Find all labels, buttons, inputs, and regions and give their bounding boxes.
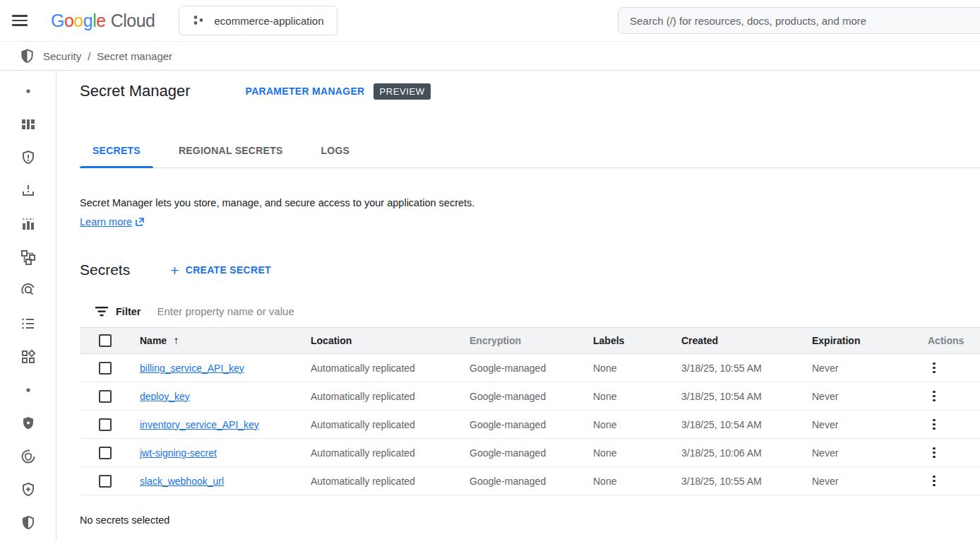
secret-expiration: Never — [812, 391, 918, 402]
secret-name-link[interactable]: inventory_service_API_key — [140, 419, 259, 430]
page-title: Secret Manager — [80, 82, 191, 100]
breadcrumb-separator: / — [88, 50, 90, 62]
global-search[interactable] — [618, 7, 980, 34]
sidebar-item-6[interactable] — [18, 247, 38, 267]
breadcrumb: Security / Secret manager — [0, 41, 980, 71]
table-body: billing_service_API_key Automatically re… — [80, 354, 980, 495]
secret-name-link[interactable]: billing_service_API_key — [140, 363, 244, 374]
risk-overview-icon — [20, 116, 37, 133]
row-actions-menu-icon[interactable] — [928, 360, 940, 376]
selection-status: No secrets selected — [80, 514, 980, 526]
project-selector[interactable]: ecommerce-application — [179, 6, 337, 35]
secret-created: 3/18/25, 10:54 AM — [681, 419, 812, 430]
row-actions-menu-icon[interactable] — [928, 389, 940, 404]
compliance-icon — [20, 448, 37, 465]
sidebar-item-4[interactable] — [18, 181, 38, 201]
tab-regional-secrets[interactable]: REGIONAL SECRETS — [166, 134, 296, 167]
tab-logs[interactable]: LOGS — [309, 134, 363, 167]
sidebar-item-8[interactable] — [18, 314, 38, 334]
description-text: Secret Manager lets you store, manage, a… — [80, 196, 980, 210]
filter-bar[interactable]: Filter — [80, 295, 980, 327]
sidebar-item-13[interactable] — [18, 480, 38, 500]
parameter-manager-link[interactable]: PARAMETER MANAGER — [246, 86, 365, 97]
filter-input[interactable] — [157, 305, 453, 317]
sidebar-item-2[interactable] — [18, 114, 38, 134]
google-logo-text: Google — [51, 11, 106, 31]
dot-icon — [25, 387, 31, 393]
name-header-label: Name — [140, 335, 167, 346]
column-header-name[interactable]: Name ↑ — [140, 334, 179, 347]
secret-encryption: Google-managed — [470, 391, 593, 402]
secret-labels: None — [593, 476, 681, 487]
row-actions-menu-icon[interactable] — [928, 445, 940, 461]
column-header-encryption: Encryption — [470, 335, 593, 346]
secret-created: 3/18/25, 10:55 AM — [681, 476, 812, 487]
breadcrumb-secret-manager[interactable]: Secret manager — [97, 50, 172, 62]
row-checkbox[interactable] — [99, 418, 112, 431]
top-bar: Google Cloud ecommerce-application — [0, 0, 980, 41]
dot-icon — [25, 88, 31, 94]
secret-name-link[interactable]: jwt-signing-secret — [140, 447, 217, 459]
sidebar-item-3[interactable] — [18, 148, 38, 167]
secret-encryption: Google-managed — [470, 419, 593, 430]
sidebar-item-1[interactable] — [18, 81, 38, 101]
row-checkbox[interactable] — [99, 475, 112, 488]
secret-expiration: Never — [812, 476, 918, 487]
sort-ascending-icon: ↑ — [173, 334, 179, 347]
column-header-location[interactable]: Location — [311, 335, 470, 346]
search-input[interactable] — [630, 15, 980, 27]
create-secret-button[interactable]: + CREATE SECRET — [170, 263, 271, 278]
sidebar-item-7[interactable] — [18, 281, 38, 300]
search-scan-icon — [20, 282, 37, 299]
components-icon — [20, 348, 37, 365]
secret-location: Automatically replicated — [311, 447, 470, 459]
tab-secrets[interactable]: SECRETS — [80, 134, 153, 167]
sidebar-item-14[interactable] — [18, 513, 38, 533]
row-checkbox[interactable] — [99, 390, 112, 403]
secret-created: 3/18/25, 10:55 AM — [681, 363, 812, 374]
shield-plus-icon — [20, 481, 37, 498]
row-checkbox[interactable] — [99, 447, 112, 459]
table-row: inventory_service_API_key Automatically … — [80, 411, 980, 439]
filter-icon — [95, 307, 108, 317]
security-nav-sidebar — [0, 71, 56, 541]
secret-labels: None — [593, 447, 681, 459]
google-cloud-logo: Google Cloud — [51, 11, 155, 31]
breadcrumb-security[interactable]: Security — [43, 50, 81, 62]
row-checkbox[interactable] — [99, 362, 112, 375]
secret-encryption: Google-managed — [470, 363, 593, 374]
shield-solid-icon — [20, 415, 37, 432]
sidebar-item-9[interactable] — [18, 347, 38, 367]
column-header-labels[interactable]: Labels — [593, 335, 681, 346]
bar-chart-icon — [20, 216, 37, 232]
table-row: deploy_key Automatically replicated Goog… — [80, 382, 980, 411]
list-icon — [20, 315, 37, 332]
secret-encryption: Google-managed — [470, 447, 593, 459]
sidebar-item-5[interactable] — [18, 214, 38, 234]
tab-bar: SECRETS REGIONAL SECRETS LOGS — [80, 134, 980, 168]
sidebar-item-10[interactable] — [18, 380, 38, 400]
row-actions-menu-icon[interactable] — [928, 473, 940, 489]
row-actions-menu-icon[interactable] — [928, 417, 940, 432]
plus-icon: + — [170, 263, 179, 278]
sidebar-item-11[interactable] — [18, 413, 38, 433]
select-all-checkbox[interactable] — [99, 334, 112, 347]
secret-name-link[interactable]: deploy_key — [140, 391, 190, 402]
column-header-created[interactable]: Created — [681, 335, 812, 346]
secret-labels: None — [593, 391, 681, 402]
security-shield-icon — [19, 48, 35, 64]
secret-name-link[interactable]: slack_webhook_url — [140, 476, 224, 487]
secrets-table: Name ↑ Location Encryption Labels Create… — [80, 327, 980, 495]
learn-more-label: Learn more — [80, 215, 132, 229]
secret-expiration: Never — [812, 363, 918, 374]
column-header-expiration[interactable]: Expiration — [812, 335, 918, 346]
menu-icon[interactable] — [0, 0, 40, 41]
secret-created: 3/18/25, 10:06 AM — [681, 447, 812, 459]
shield-alert-icon — [20, 149, 37, 166]
secret-location: Automatically replicated — [311, 363, 470, 374]
learn-more-link[interactable]: Learn more — [80, 215, 145, 229]
secret-created: 3/18/25, 10:54 AM — [681, 391, 812, 402]
sidebar-item-12[interactable] — [18, 447, 38, 466]
table-row: slack_webhook_url Automatically replicat… — [80, 467, 980, 495]
table-row: billing_service_API_key Automatically re… — [80, 354, 980, 382]
